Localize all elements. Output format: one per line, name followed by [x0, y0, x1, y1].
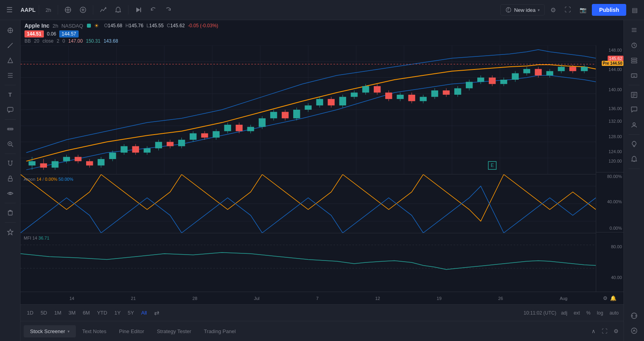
geometry-icon[interactable]: [3, 53, 17, 67]
indicator-button[interactable]: [96, 5, 110, 15]
adj-option[interactable]: adj: [559, 309, 569, 317]
keyboard-icon[interactable]: [627, 68, 641, 82]
symbol-full-name: Apple Inc: [24, 22, 49, 29]
tf-1y[interactable]: 1Y: [111, 308, 124, 317]
right-axis-column: 148.00 144.00 140.00 136.00 132.00 128.0…: [596, 45, 623, 292]
lock-drawings-icon[interactable]: [3, 171, 17, 185]
add-indicator-button[interactable]: [76, 5, 90, 15]
price-144: 144.00: [608, 67, 622, 72]
zoom-icon[interactable]: [3, 137, 17, 151]
tab-trading-panel[interactable]: Trading Panel: [198, 325, 242, 337]
chart-panels-area: Aroon 14 / 0.00% 50.00% MFI 14 36.71: [21, 45, 623, 292]
tf-5y[interactable]: 5Y: [124, 308, 137, 317]
aroon-indicator-panel[interactable]: Aroon 14 / 0.00% 50.00%: [21, 174, 596, 233]
main-chart-canvas[interactable]: [21, 45, 596, 174]
log-option[interactable]: log: [595, 309, 605, 317]
change-amount: 0.06: [47, 31, 56, 37]
tf-all[interactable]: All: [138, 308, 150, 317]
bb-val1: 147.00: [68, 38, 83, 44]
tf-6m[interactable]: 6M: [79, 308, 93, 317]
price-128: 128.00: [608, 134, 622, 139]
fib-icon[interactable]: [3, 68, 17, 82]
clock-panel-icon[interactable]: [627, 38, 641, 52]
tf-1m[interactable]: 1M: [51, 308, 64, 317]
tab-text-notes[interactable]: Text Notes: [76, 325, 113, 337]
mfi-chart-canvas[interactable]: [21, 233, 596, 292]
alerts-bell-icon[interactable]: [627, 152, 641, 166]
aroon-chart-canvas[interactable]: [21, 174, 596, 233]
tab-strategy-tester[interactable]: Strategy Tester: [151, 325, 198, 337]
mfi-indicator-panel[interactable]: MFI 14 36.71: [21, 233, 596, 292]
new-idea-button[interactable]: New idea ▾: [500, 4, 545, 15]
bell-icon[interactable]: 🔔: [610, 295, 616, 301]
pencil-draw-icon[interactable]: [3, 38, 17, 52]
tab-pine-editor[interactable]: Pine Editor: [113, 325, 151, 337]
magnet-icon[interactable]: [3, 156, 17, 170]
watchlist-panel-icon[interactable]: [627, 23, 641, 37]
bb-indicator-row: BB 20 close 2 0 147.00 150.31 143.68: [24, 38, 620, 44]
screener-dropdown-icon: ▾: [68, 329, 70, 334]
current-price-badge: 145.62: [608, 56, 623, 61]
community-icon[interactable]: [627, 118, 641, 132]
delete-all-icon[interactable]: [3, 206, 17, 220]
layouts-button[interactable]: ▤: [629, 5, 641, 15]
chart-interval-label[interactable]: 2h: [53, 23, 58, 29]
gear-icon[interactable]: ⚙: [603, 295, 608, 301]
ohlc-o: O145.68: [104, 23, 122, 28]
tf-3m[interactable]: 3M: [65, 308, 79, 317]
right-sidebar-sep-1: [629, 85, 640, 85]
trading-icon[interactable]: [627, 324, 641, 338]
hamburger-menu-icon[interactable]: ☰: [3, 3, 16, 17]
redo-button[interactable]: [162, 5, 175, 15]
callout-icon[interactable]: [3, 103, 17, 117]
auto-option[interactable]: auto: [608, 309, 620, 317]
svg-rect-7: [140, 7, 141, 12]
toolbar-separator-2: [93, 5, 93, 15]
news-panel-icon[interactable]: [627, 88, 641, 102]
watchlist-star-icon[interactable]: [3, 225, 17, 239]
tf-1d[interactable]: 1D: [24, 308, 37, 317]
compare-button[interactable]: ⇄: [151, 307, 162, 318]
bid-price-box: 144.57: [59, 30, 79, 37]
exchange-label: NASDAQ: [61, 23, 83, 29]
svg-point-29: [9, 193, 11, 194]
undo-button[interactable]: [147, 5, 160, 15]
ideas-lightbulb-icon[interactable]: [627, 137, 641, 151]
measure-tool-icon[interactable]: [3, 122, 17, 136]
tab-stock-screener[interactable]: Stock Screener ▾: [24, 325, 76, 337]
tf-5d[interactable]: 5D: [38, 308, 51, 317]
maximize-panel-icon[interactable]: ⛶: [600, 326, 609, 336]
price-120: 120.00: [608, 159, 622, 163]
fullscreen-button[interactable]: ⛶: [561, 5, 574, 15]
last-price-box: 144.51: [24, 30, 44, 37]
ext-option[interactable]: ext: [572, 309, 582, 317]
pct-option[interactable]: %: [585, 309, 592, 317]
replay-button[interactable]: [132, 5, 145, 15]
aroon-level-80: 80.00%: [607, 174, 622, 179]
main-chart-panel[interactable]: [21, 45, 596, 174]
chat-panel-icon[interactable]: [627, 103, 641, 117]
symbol-label[interactable]: AAPL: [17, 5, 39, 15]
panel-settings-icon[interactable]: ⚙: [612, 326, 620, 336]
tf-ytd[interactable]: YTD: [94, 308, 110, 317]
left-sidebar: T: [0, 20, 21, 341]
interval-button[interactable]: 2h: [42, 6, 54, 15]
crosshair-icon[interactable]: [3, 23, 17, 37]
publish-button[interactable]: Publish: [592, 4, 626, 16]
text-tool-icon[interactable]: T: [3, 88, 17, 102]
chart-header: Apple Inc 2h NASDAQ ☀ O145.68 H145.76 L1…: [21, 20, 623, 45]
eye-hide-icon[interactable]: [3, 186, 17, 200]
left-sidebar-sep-3: [5, 154, 16, 154]
time-label-7: 7: [316, 296, 318, 301]
right-sidebar: [623, 20, 644, 341]
toolbar-right: New idea ▾ ⚙ ⛶ 📷 Publish ▤: [500, 4, 641, 16]
cursor-type-button[interactable]: [61, 5, 75, 15]
top-toolbar: ☰ AAPL 2h New idea ▾ ⚙ ⛶ 📷 Publish ▤: [0, 0, 644, 20]
left-sidebar-sep-1: [5, 85, 16, 85]
data-properties-icon[interactable]: [627, 53, 641, 67]
pine-script-icon[interactable]: [627, 309, 641, 323]
alert-button[interactable]: [111, 5, 125, 15]
chart-settings-button[interactable]: ⚙: [547, 5, 559, 15]
collapse-panel-icon[interactable]: ∧: [590, 326, 597, 336]
screenshot-button[interactable]: 📷: [576, 5, 589, 15]
